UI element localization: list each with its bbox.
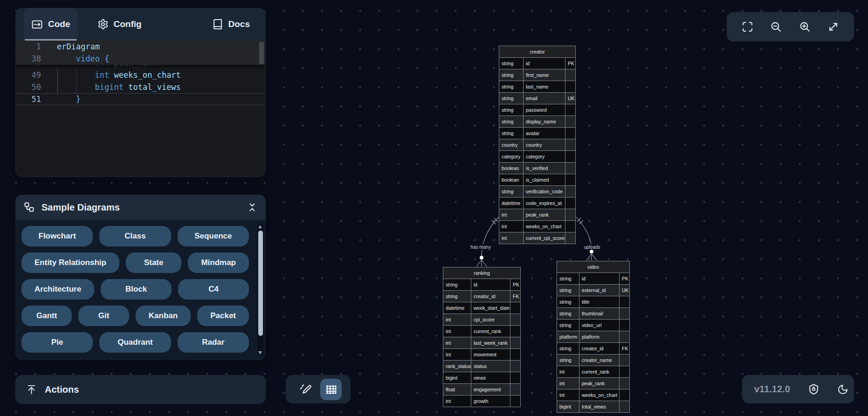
indent-guide (76, 69, 77, 93)
relationship-creator-ranking (476, 217, 499, 266)
entity-attribute-row: intweeks_on_chart (557, 389, 630, 401)
entity-attribute-row: intpeak_rank (557, 378, 630, 389)
entity-attribute-row: booleanis_verified (499, 163, 576, 174)
entity-attribute-row: intmovement (443, 349, 521, 361)
entity-attribute-row: stringidPK (443, 279, 521, 291)
relationship-label: uploads (582, 244, 601, 250)
entity-attribute-row: stringfirst_name (499, 69, 576, 81)
editor-tabbar: Code Config Docs (15, 8, 266, 41)
sample-row: Entity RelationshipStateMindmap (21, 252, 249, 273)
entity-attribute-row: bigintviews (443, 372, 521, 384)
sample-row: PieQuadrantRadar (21, 332, 249, 353)
entity-attribute-row: stringidPK (499, 58, 576, 69)
actions-bar[interactable]: Actions (15, 375, 266, 404)
expand-diagonal-icon (827, 21, 839, 33)
scroll-down-arrow[interactable] (258, 351, 262, 355)
tab-docs-label: Docs (228, 19, 250, 29)
entity-attribute-row: intcurrent_rank (557, 366, 630, 378)
entity-ranking: rankingstringidPKstringcreator_idFKdatet… (443, 267, 521, 407)
sample-button-sequence[interactable]: Sequence (178, 226, 249, 246)
sample-button-entity-relationship[interactable]: Entity Relationship (21, 252, 119, 273)
entity-video: videostringidPKstringexternal_idUKstring… (557, 261, 630, 413)
zoom-in-button[interactable] (799, 21, 811, 33)
entity-attribute-row: floatengagement (443, 384, 521, 396)
entity-attribute-row: categorycategory (499, 151, 576, 163)
entity-attribute-row: intlast_week_rank (443, 337, 521, 349)
tab-docs[interactable]: Docs (205, 8, 257, 41)
editor-scrollbar[interactable] (259, 42, 264, 64)
entity-attribute-row: platformplatform (557, 331, 630, 343)
tab-code[interactable]: Code (24, 8, 78, 41)
code-line-1[interactable]: 1erDiagram (16, 41, 265, 53)
sample-button-gantt[interactable]: Gantt (21, 306, 72, 326)
entity-attribute-row: intcpi_score (443, 314, 521, 326)
sample-row: ArchitectureBlockC4 (21, 279, 249, 300)
entity-attribute-row: stringcreator_name (557, 355, 630, 366)
fullscreen-button[interactable] (742, 21, 753, 33)
code-line-51[interactable]: 51} (16, 93, 265, 105)
entity-creator: creatorstringidPKstringfirst_namestringl… (499, 46, 576, 244)
sketch-pencil-button[interactable] (295, 379, 316, 400)
sample-button-c4[interactable]: C4 (178, 279, 249, 300)
code-line-38[interactable]: 38video { (16, 53, 265, 65)
code-line-48[interactable]: 48int peak_rank (16, 65, 265, 69)
sample-button-radar[interactable]: Radar (178, 332, 249, 353)
entity-attribute-row: datetimeweek_start_date (443, 302, 521, 314)
sample-button-flowchart[interactable]: Flowchart (21, 226, 93, 246)
scroll-thumb[interactable] (258, 231, 263, 336)
sample-button-pie[interactable]: Pie (21, 332, 93, 353)
book-icon (212, 19, 223, 30)
grid-toggle-button[interactable] (320, 379, 342, 400)
code-line-50[interactable]: 50bigint total_views (16, 81, 265, 93)
sample-button-quadrant[interactable]: Quadrant (99, 332, 171, 353)
entity-attribute-row: intcurrent_cpi_score (499, 232, 576, 244)
entity-attribute-row: stringexternal_idUK (557, 285, 630, 296)
entity-attribute-row: intpeak_rank (499, 209, 576, 221)
version-label: v11.12.0 (754, 384, 790, 395)
security-button[interactable] (808, 383, 820, 395)
code-panel: Code Config Docs 1erDiagram38video { 48i… (15, 8, 266, 177)
code-line-49[interactable]: 49int weeks_on_chart (16, 69, 265, 81)
sample-button-kanban[interactable]: Kanban (136, 306, 191, 326)
zoom-out-button[interactable] (770, 21, 782, 33)
sample-button-block[interactable]: Block (101, 279, 172, 300)
shield-lock-icon (808, 383, 820, 395)
editor-lines: 48int peak_rank49int weeks_on_chart50big… (16, 65, 265, 105)
entity-title: video (557, 261, 630, 273)
entity-attribute-row: stringtitle (557, 296, 630, 308)
scroll-up-arrow[interactable] (258, 225, 262, 228)
entity-attribute-row: stringavatar (499, 128, 576, 139)
sample-button-packet[interactable]: Packet (197, 306, 249, 326)
dark-mode-button[interactable] (837, 384, 848, 395)
fullscreen-icon (742, 21, 753, 33)
entity-attribute-row: stringdisplay_name (499, 116, 576, 128)
sample-button-mindmap[interactable]: Mindmap (188, 252, 249, 273)
zoom-in-icon (799, 21, 811, 33)
sample-button-state[interactable]: State (126, 252, 181, 273)
samples-panel: Sample Diagrams FlowchartClassSequenceEn… (15, 195, 266, 360)
sample-row: GanttGitKanbanPacket (21, 306, 249, 326)
tab-config[interactable]: Config (90, 8, 149, 41)
grid-icon (325, 383, 337, 396)
sample-button-architecture[interactable]: Architecture (21, 279, 94, 300)
samples-title: Sample Diagrams (41, 202, 120, 213)
code-editor[interactable]: 1erDiagram38video { 48int peak_rank49int… (16, 41, 265, 177)
samples-header[interactable]: Sample Diagrams (15, 195, 266, 220)
entity-attribute-row: stringidPK (557, 273, 630, 285)
status-bar: v11.12.0 (742, 375, 854, 403)
tab-code-label: Code (48, 19, 70, 29)
entity-attribute-row: rank_statusstatus (443, 361, 521, 372)
samples-scrollbar[interactable] (257, 224, 263, 356)
entity-attribute-row: intgrowth (443, 396, 521, 407)
entity-attribute-row: stringcreator_idFK (443, 291, 521, 302)
entity-attribute-row: datetimecode_expires_at (499, 198, 576, 209)
tab-config-label: Config (114, 19, 142, 29)
entity-attribute-row: stringemailUK (499, 93, 576, 104)
collapse-icon[interactable] (247, 202, 257, 212)
entity-attribute-row: intcurrent_rank (443, 326, 521, 337)
arrow-up-to-line-icon (26, 384, 37, 395)
zoom-out-icon (770, 21, 782, 33)
expand-diagonal-button[interactable] (827, 21, 839, 33)
sample-button-class[interactable]: Class (99, 226, 171, 246)
sample-button-git[interactable]: Git (78, 306, 129, 326)
